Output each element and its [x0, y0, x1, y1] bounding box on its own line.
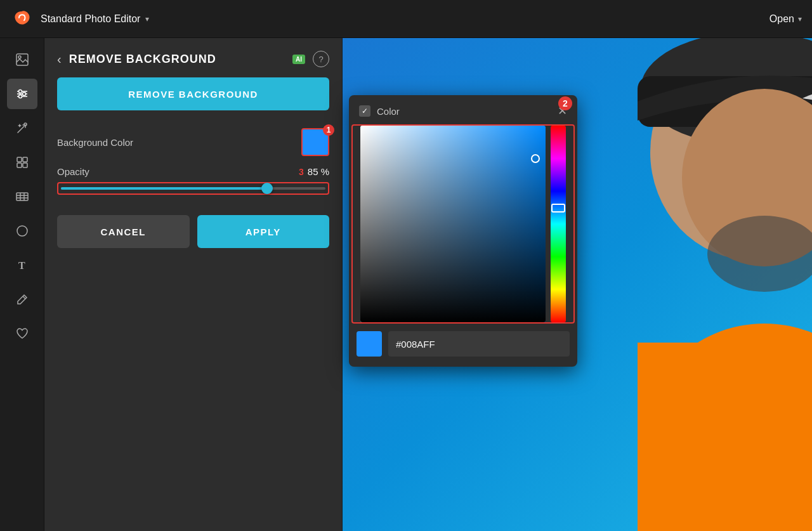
topbar: Standard Photo Editor ▾ Open ▾ [0, 0, 812, 38]
annotation-1: 1 [323, 124, 334, 136]
topbar-left: Standard Photo Editor ▾ [10, 8, 149, 30]
opacity-slider[interactable] [61, 187, 325, 190]
svg-rect-10 [23, 157, 27, 162]
panel-sidebar: ‹ REMOVE BACKGROUND AI ? REMOVE BACKGROU… [44, 38, 343, 531]
svg-rect-28 [638, 343, 812, 531]
hex-preview-swatch [357, 331, 382, 357]
picker-title: Color [377, 106, 551, 117]
annotation-2: 2 [558, 96, 572, 110]
color-picker-popup: ✓ Color ✕ 2 [349, 95, 577, 367]
svg-point-8 [24, 123, 27, 126]
sidebar-item-heart[interactable] [7, 318, 37, 349]
opacity-value: 85 % [308, 166, 329, 177]
opacity-label-row: Opacity 3 85 % [57, 166, 329, 177]
main-area: T ‹ REMOVE BACKGROUND AI ? REMOVE BAC [0, 38, 812, 531]
panel-header: ‹ REMOVE BACKGROUND AI ? [44, 38, 342, 77]
svg-line-20 [23, 296, 25, 299]
apply-button[interactable]: APPLY [197, 215, 330, 248]
svg-point-18 [17, 226, 27, 236]
svg-rect-0 [16, 54, 28, 65]
app-title-chevron-icon: ▾ [145, 15, 149, 23]
help-symbol: ? [318, 55, 323, 64]
picker-canvas-area [360, 126, 566, 322]
topbar-right: Open ▾ [769, 13, 802, 25]
color-gradient[interactable] [360, 126, 546, 322]
open-button[interactable]: Open [769, 13, 794, 25]
picker-checkbox[interactable]: ✓ [359, 105, 370, 117]
icon-sidebar: T [0, 38, 44, 531]
svg-point-5 [18, 90, 22, 93]
opacity-label: Opacity [57, 166, 89, 177]
gradient-background [360, 126, 546, 322]
opacity-slider-container [57, 182, 329, 195]
opacity-row: Opacity 3 85 % [44, 166, 342, 200]
background-color-label: Background Color [57, 137, 301, 148]
sidebar-item-adjustments[interactable] [7, 79, 37, 109]
picker-header: ✓ Color ✕ 2 [349, 95, 577, 124]
annotation-3: 3 [299, 167, 304, 177]
cancel-button[interactable]: CANCEL [57, 215, 190, 248]
gradient-cursor[interactable] [531, 154, 540, 163]
sidebar-item-brush[interactable] [7, 284, 37, 315]
gradient-dark-overlay [360, 126, 546, 322]
app-title-group[interactable]: Standard Photo Editor ▾ [41, 13, 149, 25]
slider-thumb[interactable] [261, 183, 273, 194]
svg-point-1 [18, 56, 21, 58]
svg-point-6 [22, 93, 25, 96]
sidebar-item-magic[interactable] [7, 113, 37, 143]
checkbox-check: ✓ [362, 107, 368, 115]
slider-fill [61, 187, 273, 190]
svg-point-7 [18, 95, 22, 98]
action-row: CANCEL APPLY [44, 200, 342, 248]
hue-cursor[interactable] [551, 204, 565, 213]
back-button[interactable]: ‹ [57, 52, 62, 67]
panel-title: REMOVE BACKGROUND [69, 53, 285, 66]
svg-rect-11 [17, 163, 22, 167]
hex-row [349, 324, 577, 357]
sidebar-item-image[interactable] [7, 44, 37, 75]
sidebar-item-grid[interactable] [7, 147, 37, 178]
svg-rect-12 [23, 163, 27, 167]
svg-rect-9 [17, 157, 22, 162]
svg-text:T: T [18, 260, 25, 271]
hue-slider[interactable] [551, 126, 566, 322]
help-button[interactable]: ? [313, 51, 329, 67]
ai-badge: AI [292, 55, 305, 64]
app-title: Standard Photo Editor [41, 13, 140, 25]
logo [10, 8, 33, 30]
open-chevron-icon: ▾ [798, 15, 802, 23]
remove-background-button[interactable]: REMOVE BACKGROUND [57, 77, 329, 110]
color-swatch[interactable]: 1 [301, 128, 329, 156]
svg-rect-13 [16, 193, 28, 200]
sidebar-item-table[interactable] [7, 181, 37, 212]
sidebar-item-text[interactable]: T [7, 250, 37, 280]
sidebar-item-circle[interactable] [7, 216, 37, 246]
background-color-row: Background Color 1 [44, 123, 342, 166]
picker-body [351, 124, 575, 324]
hex-input[interactable] [388, 331, 570, 357]
